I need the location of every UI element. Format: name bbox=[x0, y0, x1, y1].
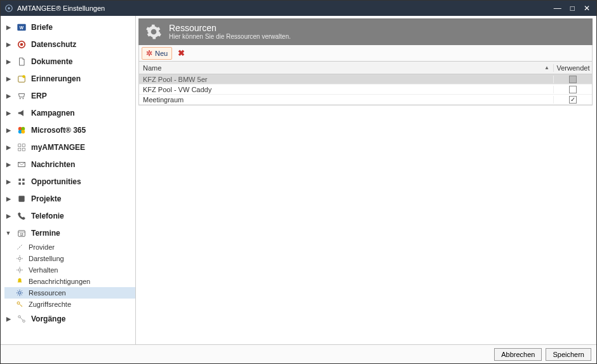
sidebar-subitem-label: Verhalten bbox=[29, 266, 58, 274]
new-button[interactable]: ✲ Neu bbox=[142, 47, 172, 60]
project-icon bbox=[16, 193, 27, 205]
chevron-right-icon: ▶ bbox=[4, 58, 12, 65]
cart-icon bbox=[16, 90, 27, 102]
column-header-used[interactable]: Verwendet bbox=[554, 64, 592, 72]
gear-blue-icon bbox=[15, 288, 25, 298]
svg-text:12: 12 bbox=[20, 233, 23, 236]
sidebar-subitem-provider[interactable]: Provider bbox=[4, 241, 135, 253]
m365-icon bbox=[16, 125, 27, 136]
sidebar-item-termine[interactable]: ▼12Termine bbox=[4, 224, 135, 241]
sort-indicator-icon: ▲ bbox=[544, 65, 549, 71]
sidebar-item-opportunities[interactable]: ▶Opportunities bbox=[4, 173, 135, 190]
sidebar-item-myamtangee[interactable]: ▶myAMTANGEE bbox=[4, 138, 135, 156]
sidebar-item-briefe[interactable]: ▶WBriefe bbox=[4, 18, 135, 36]
content-pane: Ressourcen Hier können Sie die Ressource… bbox=[136, 16, 596, 344]
new-button-label: Neu bbox=[155, 50, 168, 57]
svg-point-7 bbox=[22, 75, 25, 78]
checkbox[interactable] bbox=[569, 76, 577, 83]
content-subtitle: Hier können Sie die Ressourcen verwalten… bbox=[169, 33, 291, 41]
svg-point-1 bbox=[8, 7, 10, 10]
window-title: AMTANGEE® Einstellungen bbox=[17, 4, 554, 12]
dashboard-icon bbox=[16, 142, 27, 153]
sidebar-item-label: Termine bbox=[31, 229, 131, 238]
sidebar-item-label: Telefonie bbox=[31, 212, 131, 220]
chevron-right-icon: ▶ bbox=[4, 161, 12, 168]
delete-button[interactable]: ✖ bbox=[175, 47, 187, 60]
mail-icon bbox=[16, 159, 27, 170]
sidebar-subitem-label: Benachrichtigungen bbox=[29, 278, 90, 285]
checkbox[interactable] bbox=[569, 96, 577, 104]
toolbar: ✲ Neu ✖ bbox=[138, 45, 593, 62]
svg-point-22 bbox=[18, 257, 21, 260]
sidebar-item-erinnerungen[interactable]: ▶Erinnerungen bbox=[4, 70, 135, 87]
close-button[interactable]: ✕ bbox=[584, 4, 590, 12]
sidebar-subitem-zugriffsrechte[interactable]: Zugriffsrechte bbox=[4, 299, 135, 310]
chevron-right-icon: ▶ bbox=[4, 76, 12, 82]
svg-point-8 bbox=[20, 98, 21, 99]
phone-icon bbox=[16, 210, 27, 222]
maximize-button[interactable]: □ bbox=[570, 4, 575, 12]
gear-small-icon bbox=[15, 265, 25, 275]
chevron-right-icon: ▶ bbox=[4, 196, 12, 202]
sidebar-subitem-benachrichtigungen[interactable]: Benachrichtigungen bbox=[4, 276, 135, 287]
cell-name: KFZ Pool - VW Caddy bbox=[139, 86, 554, 93]
sidebar-subitem-verhalten[interactable]: Verhalten bbox=[4, 264, 135, 276]
chevron-right-icon: ▶ bbox=[4, 179, 12, 185]
sidebar-subitem-darstellung[interactable]: Darstellung bbox=[4, 253, 135, 264]
footer: Abbrechen Speichern bbox=[1, 344, 596, 363]
svg-point-9 bbox=[22, 98, 23, 99]
cell-name: Meetingraum bbox=[139, 96, 554, 104]
svg-rect-14 bbox=[18, 144, 21, 146]
titlebar: AMTANGEE® Einstellungen — □ ✕ bbox=[1, 1, 596, 16]
chevron-right-icon: ▶ bbox=[4, 213, 12, 219]
minimize-button[interactable]: — bbox=[554, 4, 561, 12]
sidebar-item-vorg-nge[interactable]: ▶Vorgänge bbox=[4, 310, 135, 327]
chevron-right-icon: ▶ bbox=[4, 316, 12, 322]
sidebar-subitem-ressourcen[interactable]: Ressourcen bbox=[4, 287, 135, 299]
checkbox[interactable] bbox=[569, 86, 577, 93]
chevron-right-icon: ▶ bbox=[4, 41, 12, 48]
workflow-icon bbox=[16, 313, 27, 325]
settings-window: AMTANGEE® Einstellungen — □ ✕ ▶WBriefe▶D… bbox=[0, 0, 597, 364]
chevron-right-icon: ▶ bbox=[4, 24, 12, 30]
svg-rect-19 bbox=[18, 196, 24, 201]
sidebar-item-label: Kampagnen bbox=[31, 109, 131, 118]
grid-header: Name ▲ Verwendet bbox=[139, 62, 592, 74]
reminder-icon bbox=[16, 73, 27, 84]
sidebar-subitem-label: Zugriffsrechte bbox=[29, 300, 71, 308]
sidebar-item-kampagnen[interactable]: ▶Kampagnen bbox=[4, 104, 135, 121]
link-icon bbox=[15, 242, 25, 252]
chevron-right-icon: ▶ bbox=[4, 127, 12, 133]
word-icon: W bbox=[16, 22, 27, 33]
sidebar-subitem-label: Darstellung bbox=[29, 255, 64, 262]
cell-used bbox=[554, 76, 592, 83]
cell-used bbox=[554, 96, 592, 104]
cell-name: KFZ Pool - BMW 5er bbox=[139, 76, 554, 83]
sidebar-item-erp[interactable]: ▶ERP bbox=[4, 87, 135, 104]
sidebar-item-label: myAMTANGEE bbox=[31, 143, 131, 152]
sidebar-item-projekte[interactable]: ▶Projekte bbox=[4, 190, 135, 207]
bell-icon bbox=[15, 276, 25, 286]
sidebar-item-label: Microsoft® 365 bbox=[31, 126, 131, 135]
save-button[interactable]: Speichern bbox=[546, 348, 591, 361]
svg-point-25 bbox=[17, 302, 20, 304]
sidebar-item-dokumente[interactable]: ▶Dokumente bbox=[4, 53, 135, 70]
cancel-button[interactable]: Abbrechen bbox=[494, 348, 542, 361]
table-row[interactable]: KFZ Pool - BMW 5er bbox=[139, 74, 592, 84]
table-row[interactable]: Meetingraum bbox=[139, 95, 592, 105]
app-icon bbox=[4, 4, 13, 13]
table-row[interactable]: KFZ Pool - VW Caddy bbox=[139, 84, 592, 95]
sidebar-item-telefonie[interactable]: ▶Telefonie bbox=[4, 207, 135, 224]
sidebar-item-label: Opportunities bbox=[31, 177, 131, 186]
resource-grid: Name ▲ Verwendet KFZ Pool - BMW 5erKFZ P… bbox=[138, 62, 593, 105]
sidebar-item-microsoft-365[interactable]: ▶Microsoft® 365 bbox=[4, 121, 135, 138]
sidebar-item-nachrichten[interactable]: ▶Nachrichten bbox=[4, 156, 135, 173]
sidebar-item-label: Datenschutz bbox=[31, 40, 131, 49]
gear-small-icon bbox=[15, 253, 25, 264]
column-header-name[interactable]: Name ▲ bbox=[139, 64, 554, 72]
sidebar-item-datenschutz[interactable]: ▶Datenschutz bbox=[4, 36, 135, 53]
sidebar-subitem-label: Ressourcen bbox=[29, 289, 66, 297]
sidebar-item-label: Nachrichten bbox=[31, 160, 131, 169]
sidebar: ▶WBriefe▶Datenschutz▶Dokumente▶Erinnerun… bbox=[1, 16, 136, 344]
svg-rect-16 bbox=[18, 148, 21, 151]
